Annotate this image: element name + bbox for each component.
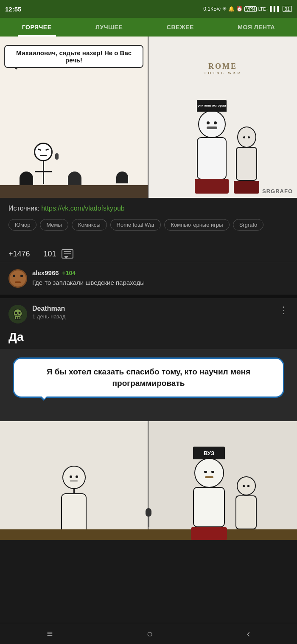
avatar-deathman [8, 305, 27, 323]
source-section: Источник: https://vk.com/vladofskypub Юм… [0, 198, 297, 242]
tab-best[interactable]: ЛУЧШЕЕ [91, 18, 127, 37]
status-bar: 12:55 0,1КБ/с ✳ 🔔 ⏰ VPN LTE+ ▌▌▌ 31 [0, 0, 297, 18]
tab-hot[interactable]: ГОРЯЧЕЕ [18, 18, 56, 37]
tag-rome[interactable]: Rome total War [110, 219, 161, 231]
signal-icon: ▌▌▌ [270, 6, 281, 12]
tab-my-feed[interactable]: МОЯ ЛЕНТА [233, 18, 279, 37]
status-right: 0,1КБ/с ✳ 🔔 ⏰ VPN LTE+ ▌▌▌ 31 [203, 6, 292, 12]
network-speed: 0,1КБ/с [203, 6, 221, 12]
tags-row: Юмор Мемы Комиксы Rome total War Компьют… [8, 219, 289, 231]
svg-point-2 [15, 312, 17, 314]
lte-icon: LTE+ [258, 7, 268, 11]
tag-memes[interactable]: Мемы [40, 219, 68, 231]
nav-back-button[interactable]: ‹ [247, 628, 250, 640]
nav-home-button[interactable]: ○ [147, 628, 153, 640]
status-time: 12:55 [5, 6, 21, 13]
svg-point-3 [19, 312, 21, 314]
post1-comic-image: Михаилович, сядьте нахер! Не о Вас речь! [0, 37, 297, 198]
post2-header: Deathman 1 день назад ⋮ [0, 298, 297, 327]
nav-tabs: ГОРЯЧЕЕ ЛУЧШЕЕ СВЕЖЕЕ МОЯ ЛЕНТА [0, 18, 297, 37]
bottom-nav: ≡ ○ ‹ [0, 623, 297, 644]
comment-header-1: alex9966 +104 [32, 269, 289, 276]
clock-icon: ⏰ [236, 6, 243, 12]
tab-fresh[interactable]: СВЕЖЕЕ [163, 18, 198, 37]
post2-title: Да [0, 327, 297, 349]
post2-username: Deathman [32, 305, 274, 312]
tag-srgrafo[interactable]: Srgrafo [233, 219, 264, 231]
more-button[interactable]: ⋮ [279, 305, 289, 316]
post2-meta: Deathman 1 день назад [32, 305, 274, 320]
rome-logo: ROME TOTAL WAR [204, 62, 241, 75]
comment-item-1: alex9966 +104 Где-то заплакали шведские … [0, 262, 297, 295]
vote-count: +1476 [8, 250, 30, 259]
battery-icon: 31 [283, 6, 292, 12]
tag-comics[interactable]: Комиксы [72, 219, 107, 231]
bluetooth-icon: ✳ [222, 6, 227, 12]
source-line: Источник: https://vk.com/vladofskypub [8, 205, 289, 212]
post2-speech-bubble: Я бы хотел сказать спасибо тому, кто нау… [13, 357, 284, 398]
svg-rect-4 [16, 317, 17, 319]
post-divider [0, 295, 297, 298]
comic2-bottom: ВУЗ [0, 421, 297, 540]
comic2-left-panel [0, 421, 148, 540]
svg-rect-1 [15, 316, 21, 319]
comment-body-1: alex9966 +104 Где-то заплакали шведские … [32, 269, 289, 288]
tag-pc-games[interactable]: Компьютерные игры [164, 219, 229, 231]
post2-time: 1 день назад [32, 313, 274, 320]
comic2-right-panel: ВУЗ [148, 421, 297, 540]
comment-text-1: Где-то заплакали шведские параходы [32, 278, 289, 287]
watermark: SRGRAFO [262, 188, 293, 194]
source-link[interactable]: https://vk.com/vladofskypub [41, 205, 125, 212]
comment-score: +104 [62, 270, 76, 276]
skull-icon [12, 308, 24, 320]
post2-comic-image: Я бы хотел сказать спасибо тому, кто нау… [0, 349, 297, 540]
tag-humor[interactable]: Юмор [8, 219, 36, 231]
comic-left-panel: Михаилович, сядьте нахер! Не о Вас речь! [0, 37, 148, 198]
stats-row: +1476 101 [0, 242, 297, 262]
comment-username: alex9966 [32, 269, 59, 276]
comic-right-panel: ROME TOTAL WAR учитель истории [148, 37, 297, 198]
avatar-alex [8, 269, 27, 288]
podium [0, 185, 148, 198]
nav-menu-button[interactable]: ≡ [47, 628, 53, 640]
comic-speech-bubble: Михаилович, сядьте нахер! Не о Вас речь! [4, 45, 143, 68]
vpn-badge: VPN [244, 6, 257, 12]
svg-rect-5 [18, 317, 20, 319]
comments-icon [62, 249, 73, 259]
comments-count: 101 [44, 249, 73, 259]
alarm-icon: 🔔 [228, 6, 235, 12]
